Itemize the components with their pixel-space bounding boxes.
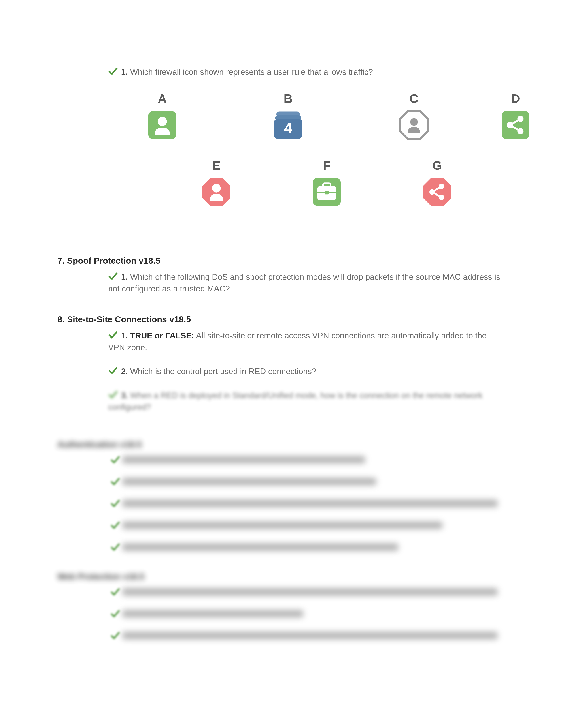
briefcase-icon — [311, 176, 342, 207]
svg-rect-7 — [502, 111, 529, 139]
icon-label: A — [115, 91, 210, 106]
question-number: 1. — [121, 68, 128, 77]
share-block-octagon-icon — [422, 176, 453, 207]
question-number: 1. — [121, 272, 128, 281]
blurred-text — [122, 456, 365, 463]
section-heading-8: 8. Site-to-Site Connections v18.5 — [57, 315, 506, 324]
blurred-question-line — [110, 542, 506, 552]
blurred-section-auth: Authentication v18.5 — [57, 440, 506, 552]
check-icon — [110, 499, 120, 508]
stack-icon: 4 — [273, 110, 304, 141]
svg-rect-19 — [325, 191, 329, 194]
blurred-text — [122, 610, 304, 617]
section-heading-7: 7. Spoof Protection v18.5 — [57, 256, 506, 266]
question-block: 2. Which is the control port used in RED… — [108, 366, 506, 377]
blurred-text — [122, 478, 376, 485]
blurred-question-line — [110, 520, 506, 530]
blurred-section-web: Web Protection v18.5 — [57, 572, 506, 640]
check-icon — [110, 587, 120, 597]
question-bold: TRUE or FALSE: — [130, 331, 194, 340]
icon-option-d: D — [492, 91, 539, 141]
svg-point-1 — [158, 117, 167, 126]
check-icon — [110, 542, 120, 552]
check-icon — [110, 455, 120, 465]
icon-option-g: G — [390, 158, 485, 207]
section-number: 8. — [57, 315, 65, 324]
blurred-text — [122, 632, 498, 639]
section-number: 7. — [57, 256, 65, 265]
blurred-question-line — [110, 609, 506, 619]
question-number: 2. — [121, 367, 128, 376]
question-text: 3. When a RED is deployed in Standard/Un… — [108, 391, 483, 412]
question-body: Which of the following DoS and spoof pro… — [108, 272, 500, 293]
question-text: 1. TRUE or FALSE: All site-to-site or re… — [108, 331, 487, 352]
icon-option-a: A — [115, 91, 210, 141]
blurred-question-line — [110, 587, 506, 597]
question-text: 1. Which of the following DoS and spoof … — [108, 272, 500, 293]
question-body: Which is the control port used in RED co… — [130, 367, 317, 376]
check-icon — [110, 609, 120, 619]
stack-count: 4 — [284, 120, 292, 136]
question-text: 2. Which is the control port used in RED… — [121, 367, 316, 376]
icon-option-f: F — [279, 158, 374, 207]
icon-grid-row-2: E F G — [161, 158, 492, 221]
check-icon — [108, 366, 118, 375]
check-icon — [110, 631, 120, 640]
icon-grid-row-1: A B 4 C — [99, 91, 554, 154]
icon-label: B — [241, 91, 336, 106]
blurred-question-line — [110, 455, 506, 465]
blurred-question-line — [110, 631, 506, 640]
icon-label: G — [390, 158, 485, 173]
document-page: 1. Which firewall icon shown represents … — [0, 0, 563, 728]
user-block-octagon-icon — [201, 176, 232, 207]
question-body: Which firewall icon shown represents a u… — [130, 68, 373, 77]
svg-point-14 — [212, 184, 220, 192]
svg-marker-20 — [423, 178, 451, 206]
question-number: 3. — [121, 391, 128, 400]
question-number: 1. — [121, 331, 128, 340]
icon-option-e: E — [169, 158, 264, 207]
blurred-question-line — [110, 499, 506, 508]
section-title: Spoof Protection v18.5 — [67, 256, 160, 265]
question-body: When a RED is deployed in Standard/Unifi… — [108, 391, 483, 412]
blurred-text — [122, 543, 398, 551]
icon-option-b: B 4 — [241, 91, 336, 141]
check-icon — [108, 66, 118, 76]
question-block: 1. Which firewall icon shown represents … — [108, 66, 506, 78]
icon-label: D — [492, 91, 539, 106]
share-allow-icon — [500, 110, 531, 141]
check-icon — [108, 271, 118, 281]
icon-label: F — [279, 158, 374, 173]
blurred-question-line — [110, 477, 506, 486]
check-icon — [108, 330, 118, 340]
user-allow-icon — [147, 110, 178, 141]
question-block: 1. Which of the following DoS and spoof … — [108, 271, 506, 295]
section-title: Site-to-Site Connections v18.5 — [67, 315, 191, 324]
blurred-text — [122, 522, 443, 529]
question-text: 1. Which firewall icon shown represents … — [121, 68, 373, 77]
svg-point-6 — [410, 118, 418, 126]
icon-option-c: C — [367, 91, 461, 141]
user-outline-octagon-icon — [399, 110, 430, 141]
check-icon — [110, 520, 120, 530]
icon-label: C — [367, 91, 461, 106]
question-block-blurred: 3. When a RED is deployed in Standard/Un… — [108, 390, 506, 413]
check-icon — [108, 390, 118, 400]
blurred-heading: Web Protection v18.5 — [57, 572, 506, 582]
icon-label: E — [169, 158, 264, 173]
check-icon — [110, 477, 120, 486]
blurred-heading: Authentication v18.5 — [57, 440, 506, 449]
blurred-text — [122, 588, 498, 596]
blurred-text — [122, 500, 498, 507]
question-block: 1. TRUE or FALSE: All site-to-site or re… — [108, 330, 506, 353]
